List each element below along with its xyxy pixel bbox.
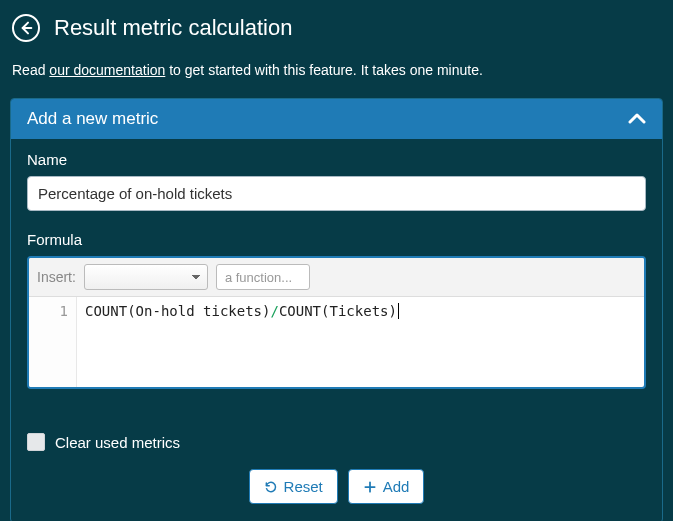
- back-button[interactable]: [12, 14, 40, 42]
- intro-text: Read our documentation to get started wi…: [10, 62, 663, 78]
- token-func: COUNT: [279, 303, 321, 319]
- token-arg: On-hold tickets: [136, 303, 262, 319]
- line-number: 1: [29, 303, 68, 319]
- token-paren: (: [127, 303, 135, 319]
- chevron-up-icon: [628, 113, 646, 125]
- add-button[interactable]: Add: [348, 469, 425, 504]
- code-editor[interactable]: 1 COUNT(On-hold tickets)/COUNT(Tickets): [29, 297, 644, 387]
- panel-title: Add a new metric: [27, 109, 158, 129]
- clear-metrics-checkbox[interactable]: [27, 433, 45, 451]
- token-func: COUNT: [85, 303, 127, 319]
- panel-header[interactable]: Add a new metric: [11, 99, 662, 139]
- arrow-left-icon: [18, 20, 34, 36]
- reset-button[interactable]: Reset: [249, 469, 338, 504]
- token-paren: (: [321, 303, 329, 319]
- intro-suffix: to get started with this feature. It tak…: [165, 62, 483, 78]
- line-gutter: 1: [29, 297, 77, 387]
- documentation-link[interactable]: our documentation: [49, 62, 165, 78]
- formula-label: Formula: [27, 231, 646, 248]
- add-label: Add: [383, 478, 410, 495]
- clear-metrics-label: Clear used metrics: [55, 434, 180, 451]
- insert-label: Insert:: [37, 269, 76, 285]
- undo-icon: [264, 480, 278, 494]
- code-content[interactable]: COUNT(On-hold tickets)/COUNT(Tickets): [77, 297, 644, 387]
- token-paren: ): [389, 303, 397, 319]
- intro-prefix: Read: [12, 62, 49, 78]
- name-input[interactable]: [27, 176, 646, 211]
- token-operator: /: [270, 303, 278, 319]
- function-input[interactable]: [216, 264, 310, 290]
- text-cursor: [398, 303, 399, 319]
- formula-toolbar: Insert:: [29, 258, 644, 297]
- page-title: Result metric calculation: [54, 15, 292, 41]
- plus-icon: [363, 480, 377, 494]
- add-metric-panel: Add a new metric Name Formula Insert:: [10, 98, 663, 521]
- name-label: Name: [27, 151, 646, 168]
- chevron-down-icon: [191, 274, 201, 280]
- insert-dropdown[interactable]: [84, 264, 208, 290]
- token-arg: Tickets: [330, 303, 389, 319]
- formula-box: Insert: 1 COUNT(On-hold tickets)/COUNT(T…: [27, 256, 646, 389]
- reset-label: Reset: [284, 478, 323, 495]
